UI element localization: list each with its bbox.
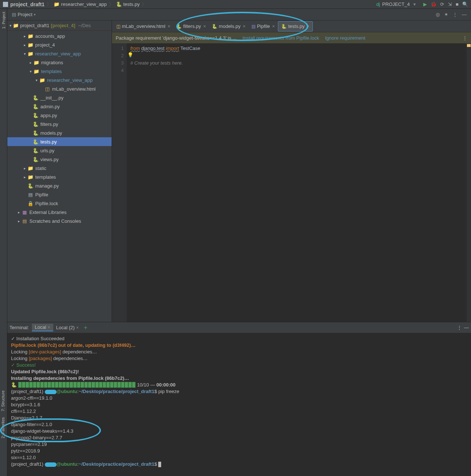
root-path: ~/Des [78,23,91,28]
code-editor[interactable]: 1234 from django.test import TestCase # … [112,43,471,322]
tree-folder[interactable]: ▸▦External Libraries [7,208,112,217]
tab-models[interactable]: 🐍models.py× [209,21,249,32]
terminal-output[interactable]: ✓ Installation Succeeded Pipfile.lock (8… [7,333,471,476]
tree-folder[interactable]: ▸📁project_4 [7,40,112,49]
close-icon[interactable]: × [243,23,246,29]
banner-more-icon[interactable]: ⋮ [463,35,467,41]
banner-message: Package requirement 'django-widget-tweak… [116,35,236,41]
close-icon[interactable]: × [203,23,206,29]
root-name: project_draft1 [20,23,50,28]
python-icon: 🐍 [116,1,122,7]
tree-folder[interactable]: ▾📁researcher_view_app [7,49,112,58]
tree-file[interactable]: 🐍admin.py [7,102,112,111]
debug-button[interactable]: 🐞 [431,1,436,7]
breadcrumb-folder[interactable]: researcher_view_app [61,1,106,7]
tab-mlab[interactable]: ◫mLab_overview.html× [113,21,173,32]
chevron-down-icon: ▾ [10,23,11,28]
install-requirements-link[interactable]: Install requirements from Pipfile.lock [242,35,319,41]
tab-pipfile[interactable]: ▤Pipfile× [249,21,278,32]
settings-icon[interactable]: ⋮ [453,12,457,17]
tree-file[interactable]: 🐍manage.py [7,181,112,190]
favorites-tool-tab[interactable]: 2: Favorites [0,416,6,440]
terminal-tab-local2[interactable]: Local (2)× [53,324,82,331]
chevron-down-icon: ▾ [413,1,416,7]
close-icon[interactable]: × [307,23,310,29]
line-gutter: 1234 [112,43,127,322]
warning-marker[interactable] [467,44,471,47]
project-tree-panel: ▾ 📁 project_draft1 [project_4] ~/Des ▸📁a… [7,21,112,322]
requirement-banner: Package requirement 'django-widget-tweak… [112,32,471,43]
project-root-row[interactable]: ▾ 📁 project_draft1 [project_4] ~/Des [7,21,112,31]
chevron-down-icon: ▾ [34,12,36,17]
close-icon[interactable]: × [272,23,275,29]
chevron-right-icon: 〉 [47,1,51,8]
marker-bar[interactable] [467,43,471,322]
folder-icon: 📁 [13,23,19,28]
terminal-cursor [158,462,161,467]
tree-folder[interactable]: ▸▤Scratches and Consoles [7,217,112,225]
terminal-tab-local[interactable]: Local× [32,324,53,331]
editor-tabs: ◫mLab_overview.html× 🐍filters.py× 🐍model… [112,21,471,32]
terminal-panel: Terminal: Local× Local (2)× + ⋮ — ✓ Inst… [7,322,471,476]
hide-icon[interactable]: — [462,12,467,17]
root-context: [project_4] [51,23,75,28]
search-button[interactable]: 🔍 [462,1,468,7]
stop-button[interactable]: ■ [456,1,459,7]
titlebar: project_draft1 〉 📁 researcher_view_app 〉… [0,0,471,9]
tab-tests-active[interactable]: 🐍tests.py× [278,21,313,32]
close-icon[interactable]: × [76,325,79,330]
intention-bulb-icon[interactable]: 💡 [127,52,133,58]
project-tree: ▸📁accounts_app ▸📁project_4 ▾📁researcher_… [7,31,112,226]
editor-area: ◫mLab_overview.html× 🐍filters.py× 🐍model… [112,21,471,322]
tree-folder[interactable]: ▾📁researcher_view_app [7,76,112,84]
run-config-selector[interactable]: dj PROJECT_4 ▾ [373,1,420,8]
target-icon[interactable]: ◎ [436,12,440,17]
tree-folder[interactable]: ▸📁static [7,164,112,172]
redacted-user [45,462,57,467]
terminal-label: Terminal: [10,325,29,330]
tree-file[interactable]: 🐍filters.py [7,120,112,128]
run-config-label: PROJECT_4 [382,1,410,7]
django-icon: dj [376,1,380,7]
breadcrumb-file[interactable]: tests.py [123,1,140,7]
tree-file[interactable]: 🐍models.py [7,128,112,137]
tree-file[interactable]: 🔒Pipfile.lock [7,199,112,208]
structure-tool-tab[interactable]: 7: Structure [0,389,6,413]
tab-filters[interactable]: 🐍filters.py× [173,21,209,32]
minimize-icon[interactable]: — [464,325,469,330]
terminal-tab-bar: Terminal: Local× Local (2)× + ⋮ — [7,322,471,333]
project-toolbar: ▤ Project ▾ ◎ ✶ ⋮ — [7,9,471,21]
project-view-selector[interactable]: ▤ Project ▾ [10,11,38,18]
tree-file-selected[interactable]: 🐍tests.py [7,137,112,146]
coverage-button[interactable]: ⟳ [440,1,444,7]
close-icon[interactable]: × [48,325,50,330]
tree-folder[interactable]: ▸📁accounts_app [7,32,112,40]
tree-file[interactable]: 🐍urls.py [7,146,112,155]
chevron-right-icon: 〉 [109,1,114,8]
tree-folder[interactable]: ▾📁templates [7,67,112,76]
code-content[interactable]: from django.test import TestCase # Creat… [127,43,467,322]
tree-file[interactable]: 🐍views.py [7,155,112,164]
terminal-settings-icon[interactable]: ⋮ [457,325,462,330]
ignore-requirement-link[interactable]: Ignore requirement [325,35,365,41]
tree-file[interactable]: 🐍__init__.py [7,93,112,102]
folder-icon: 📁 [54,1,59,7]
collapse-icon[interactable]: ✶ [444,12,448,17]
project-label: Project [18,12,32,17]
tree-file[interactable]: ◫mLab_overview.html [7,84,112,93]
tree-file[interactable]: 🐍apps.py [7,111,112,120]
project-name: project_draft1 [10,1,44,7]
project-tool-tab[interactable]: 1: Project [1,10,7,30]
chevron-right-icon: 〉 [142,1,146,8]
run-button[interactable]: ▶ [423,1,427,7]
close-icon[interactable]: × [168,23,171,29]
profile-button[interactable]: ⇲ [448,1,452,7]
tree-file[interactable]: ▤Pipfile [7,190,112,199]
tree-folder[interactable]: ▸📁migrations [7,58,112,67]
redacted-user [45,390,57,394]
project-icon [3,2,8,7]
new-terminal-button[interactable]: + [84,324,87,331]
project-icon: ▤ [12,12,16,17]
left-tool-stripe-bottom: 7: Structure 2: Favorites [0,389,7,440]
tree-folder[interactable]: ▸📁templates [7,172,112,181]
